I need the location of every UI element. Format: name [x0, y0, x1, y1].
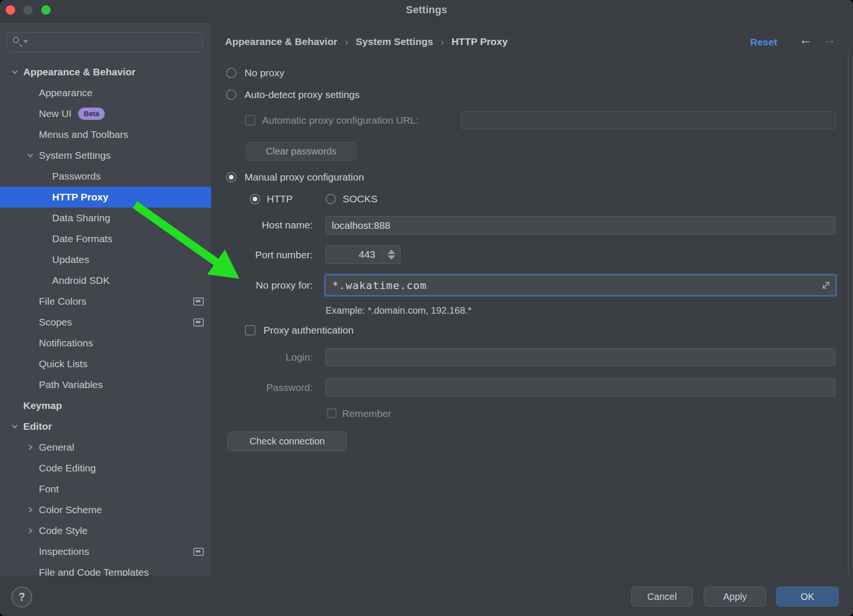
ok-button[interactable]: OK	[776, 587, 839, 607]
sidebar-item-code-editing[interactable]: Code Editing	[0, 458, 211, 479]
breadcrumb-http-proxy: HTTP Proxy	[452, 36, 508, 47]
sidebar-item-http-proxy[interactable]: HTTP Proxy	[0, 187, 211, 208]
project-settings-icon	[193, 298, 204, 306]
no-proxy-radio[interactable]	[226, 68, 236, 78]
sidebar-item-label: Font	[39, 483, 59, 495]
no-proxy-for-label: No proxy for:	[199, 279, 313, 291]
check-connection-button[interactable]: Check connection	[227, 432, 347, 451]
http-radio[interactable]	[250, 194, 260, 204]
settings-search-field[interactable]	[7, 32, 203, 52]
http-label[interactable]: HTTP	[267, 193, 293, 205]
auto-url-input[interactable]	[461, 111, 835, 129]
chevron-right-icon[interactable]	[26, 507, 35, 513]
breadcrumb-separator: ›	[441, 36, 444, 47]
remember-label: Remember	[342, 408, 391, 420]
sidebar-item-label: Code Editing	[39, 462, 96, 474]
search-input[interactable]	[32, 33, 199, 52]
sidebar-item-keymap[interactable]: Keymap	[0, 395, 211, 416]
expand-field-icon[interactable]	[820, 280, 832, 291]
sidebar-item-label: Appearance	[39, 87, 92, 99]
sidebar-item-label: Path Variables	[39, 379, 103, 390]
sidebar-item-scopes[interactable]: Scopes	[0, 312, 211, 333]
cancel-label: Cancel	[647, 591, 677, 602]
sidebar-item-appearance[interactable]: Appearance	[0, 82, 211, 103]
auto-detect-label[interactable]: Auto-detect proxy settings	[245, 89, 360, 101]
back-arrow-icon[interactable]: ←	[799, 33, 812, 46]
sidebar-item-color-scheme[interactable]: Color Scheme	[0, 499, 211, 520]
spinner-down-icon[interactable]	[388, 255, 395, 260]
password-label: Password:	[199, 381, 313, 394]
sidebar-item-label: Scopes	[39, 317, 72, 328]
sidebar-item-notifications[interactable]: Notifications	[0, 333, 211, 353]
login-input[interactable]	[326, 348, 835, 366]
port-number-stepper[interactable]: 443	[326, 245, 400, 264]
apply-button[interactable]: Apply	[704, 587, 766, 607]
chevron-right-icon[interactable]	[26, 527, 35, 534]
sidebar-item-inspections[interactable]: Inspections	[0, 541, 211, 562]
no-proxy-for-input[interactable]	[331, 275, 815, 295]
proxy-auth-checkbox[interactable]	[245, 325, 255, 335]
password-input[interactable]	[326, 378, 835, 397]
example-hint: Example: *.domain.com, 192.168.*	[326, 305, 472, 316]
breadcrumb-system-settings[interactable]: System Settings	[356, 36, 433, 47]
sidebar-item-label: Appearance & Behavior	[23, 66, 136, 78]
sidebar-item-passwords[interactable]: Passwords	[0, 166, 211, 187]
sidebar-item-quick-lists[interactable]: Quick Lists	[0, 353, 211, 374]
sidebar-item-font[interactable]: Font	[0, 479, 211, 499]
sidebar-item-label: General	[39, 442, 74, 453]
chevron-right-icon[interactable]	[26, 444, 35, 451]
sidebar-item-label: File and Code Templates	[39, 567, 149, 576]
sidebar-item-label: File Colors	[39, 296, 86, 307]
settings-tree: Appearance & BehaviorAppearanceNew UIBet…	[0, 62, 211, 576]
manual-proxy-label[interactable]: Manual proxy configuration	[245, 171, 364, 183]
sidebar-item-system-settings[interactable]: System Settings	[0, 145, 211, 166]
chevron-down-icon[interactable]	[10, 69, 19, 75]
sidebar-item-editor[interactable]: Editor	[0, 416, 211, 437]
sidebar-item-label: Android SDK	[52, 275, 109, 286]
no-proxy-label[interactable]: No proxy	[245, 67, 284, 79]
spinner-up-icon[interactable]	[388, 250, 395, 254]
port-number-label: Port number:	[199, 249, 313, 261]
socks-radio[interactable]	[326, 194, 336, 204]
no-proxy-for-field[interactable]	[325, 274, 836, 296]
auto-url-label: Automatic proxy configuration URL:	[262, 114, 418, 127]
sidebar-item-data-sharing[interactable]: Data Sharing	[0, 208, 211, 228]
title-bar: Settings	[0, 0, 853, 23]
sidebar-item-file-colors[interactable]: File Colors	[0, 291, 211, 312]
clear-passwords-label: Clear passwords	[266, 146, 336, 157]
sidebar-item-path-variables[interactable]: Path Variables	[0, 374, 211, 395]
sidebar-item-updates[interactable]: Updates	[0, 249, 211, 270]
socks-label[interactable]: SOCKS	[343, 193, 378, 205]
host-name-label: Host name:	[199, 219, 313, 231]
sidebar-item-label: Code Style	[39, 525, 88, 536]
sidebar-item-date-formats[interactable]: Date Formats	[0, 228, 211, 249]
breadcrumb-separator: ›	[345, 36, 348, 47]
host-name-input[interactable]	[326, 216, 835, 235]
sidebar-item-appearance-behavior[interactable]: Appearance & Behavior	[0, 62, 211, 82]
sidebar-item-code-style[interactable]: Code Style	[0, 520, 211, 541]
auto-url-checkbox[interactable]	[245, 115, 255, 126]
reset-link[interactable]: Reset	[750, 36, 777, 48]
help-button[interactable]: ?	[11, 587, 32, 607]
chevron-down-icon[interactable]	[10, 423, 19, 430]
sidebar-item-menus-and-toolbars[interactable]: Menus and Toolbars	[0, 124, 211, 145]
sidebar-item-label: Color Scheme	[39, 504, 102, 516]
check-connection-label: Check connection	[250, 436, 325, 447]
manual-proxy-radio[interactable]	[226, 172, 236, 182]
clear-passwords-button[interactable]: Clear passwords	[246, 142, 356, 161]
sidebar-item-file-and-code-templates[interactable]: File and Code Templates	[0, 562, 211, 576]
forward-arrow-icon[interactable]: →	[823, 33, 836, 46]
sidebar-item-general[interactable]: General	[0, 437, 211, 458]
cancel-button[interactable]: Cancel	[631, 587, 693, 607]
chevron-down-icon[interactable]	[26, 152, 35, 159]
sidebar-item-android-sdk[interactable]: Android SDK	[0, 270, 211, 291]
port-spinner[interactable]	[382, 246, 400, 263]
search-icon	[13, 37, 24, 48]
remember-checkbox[interactable]	[327, 408, 336, 418]
ok-label: OK	[801, 591, 815, 602]
sidebar-item-new-ui[interactable]: New UIBeta	[0, 103, 211, 124]
sidebar-item-label: HTTP Proxy	[52, 191, 109, 203]
proxy-auth-label[interactable]: Proxy authentication	[263, 324, 354, 336]
breadcrumb-appearance-behavior[interactable]: Appearance & Behavior	[225, 36, 337, 47]
auto-detect-radio[interactable]	[226, 90, 236, 100]
